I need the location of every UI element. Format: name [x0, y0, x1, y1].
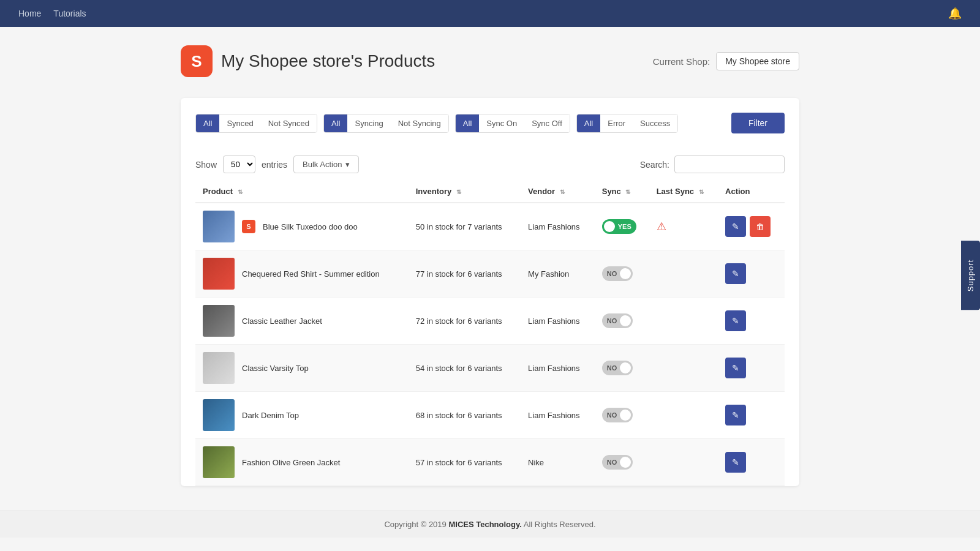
table-row: Chequered Red Shirt - Summer edition 77 …: [195, 250, 785, 298]
edit-button[interactable]: ✎: [725, 405, 746, 425]
sync-toggle-off[interactable]: NO: [602, 313, 633, 328]
edit-button[interactable]: ✎: [725, 452, 746, 473]
edit-button[interactable]: ✎: [725, 263, 746, 284]
footer-brand: MICES Technology.: [448, 520, 521, 529]
support-button[interactable]: Support: [961, 241, 980, 310]
action-buttons: ✎: [725, 452, 777, 473]
filter-button[interactable]: Filter: [731, 113, 785, 133]
product-info: S Blue Silk Tuxedoo doo doo: [203, 211, 401, 242]
last-sync-cell: [649, 439, 718, 486]
product-name: Blue Silk Tuxedoo doo doo: [263, 222, 358, 231]
search-wrap: Search:: [640, 156, 785, 173]
toggle-knob: [620, 362, 631, 373]
col-vendor: Vendor ⇅: [521, 181, 595, 203]
action-buttons: ✎: [725, 310, 777, 331]
shop-selector[interactable]: My Shopee store: [716, 52, 799, 70]
filter-not-syncing[interactable]: Not Syncing: [391, 114, 448, 132]
filter-synced[interactable]: Synced: [219, 114, 260, 132]
product-thumbnail: [203, 399, 235, 431]
filter-sync-on[interactable]: Sync On: [479, 114, 524, 132]
filter-all-synced[interactable]: All: [196, 114, 219, 132]
sync-toggle-off[interactable]: NO: [602, 408, 633, 422]
sync-toggle-off[interactable]: NO: [602, 266, 633, 281]
product-name: Classic Leather Jacket: [242, 317, 322, 326]
col-product: Product ⇅: [195, 181, 409, 203]
entries-select[interactable]: 50 25 10: [223, 156, 255, 173]
product-cell-5: Dark Denim Top: [195, 392, 409, 439]
header-left: S My Shopee store's Products: [181, 45, 435, 77]
show-label: Show: [195, 160, 217, 170]
support-sidebar: Support: [961, 241, 980, 310]
vendor-cell: Liam Fashions: [521, 298, 595, 345]
filter-all-sync[interactable]: All: [456, 114, 479, 132]
filter-success[interactable]: Success: [633, 114, 677, 132]
edit-button[interactable]: ✎: [725, 310, 746, 331]
inventory-cell: 54 in stock for 6 variants: [409, 345, 521, 392]
product-cell-6: Fashion Olive Green Jacket: [195, 439, 409, 486]
action-cell: ✎: [718, 298, 785, 345]
sync-cell: NO: [595, 439, 649, 486]
table-row: Fashion Olive Green Jacket 57 in stock f…: [195, 439, 785, 486]
col-inventory: Inventory ⇅: [409, 181, 521, 203]
action-cell: ✎: [718, 439, 785, 486]
sync-cell: NO: [595, 345, 649, 392]
product-cell-2: Chequered Red Shirt - Summer edition: [195, 250, 409, 298]
filter-sync-off[interactable]: Sync Off: [524, 114, 570, 132]
product-info: Classic Varsity Top: [203, 352, 401, 384]
toggle-knob: [620, 410, 631, 421]
sort-last-sync-icon[interactable]: ⇅: [699, 189, 704, 195]
toggle-knob: [620, 315, 631, 326]
nav-tutorials[interactable]: Tutorials: [53, 9, 86, 18]
table-body: S Blue Silk Tuxedoo doo doo 50 in stock …: [195, 203, 785, 486]
product-thumbnail: [203, 211, 235, 242]
action-buttons: ✎: [725, 263, 777, 284]
inventory-cell: 68 in stock for 6 variants: [409, 392, 521, 439]
filter-group-status: All Error Success: [576, 114, 678, 133]
bell-icon[interactable]: 🔔: [948, 7, 962, 20]
filter-not-synced[interactable]: Not Synced: [261, 114, 317, 132]
filter-card: All Synced Not Synced All Syncing Not Sy…: [181, 98, 799, 486]
inventory-cell: 50 in stock for 7 variants: [409, 203, 521, 250]
last-sync-cell: [649, 298, 718, 345]
edit-button[interactable]: ✎: [725, 358, 746, 378]
edit-button[interactable]: ✎: [725, 216, 746, 237]
search-input[interactable]: [674, 156, 785, 173]
products-table: Product ⇅ Inventory ⇅ Vendor ⇅ Sync ⇅: [195, 181, 785, 486]
sync-toggle-off[interactable]: NO: [602, 455, 633, 470]
product-info: Classic Leather Jacket: [203, 305, 401, 337]
toggle-knob: [620, 457, 631, 468]
col-action: Action: [718, 181, 785, 203]
nav-links: Home Tutorials: [18, 9, 86, 18]
table-row: S Blue Silk Tuxedoo doo doo 50 in stock …: [195, 203, 785, 250]
sort-inventory-icon[interactable]: ⇅: [456, 189, 461, 195]
action-buttons: ✎: [725, 405, 777, 425]
filter-syncing[interactable]: Syncing: [347, 114, 390, 132]
sort-product-icon[interactable]: ⇅: [238, 189, 243, 195]
sync-cell: NO: [595, 250, 649, 298]
current-shop-section: Current Shop: My Shopee store: [653, 52, 799, 70]
filter-error[interactable]: Error: [600, 114, 633, 132]
nav-home[interactable]: Home: [18, 9, 41, 18]
filter-all-syncing[interactable]: All: [324, 114, 347, 132]
bulk-action-button[interactable]: Bulk Action ▾: [293, 156, 359, 173]
vendor-cell: Liam Fashions: [521, 203, 595, 250]
table-row: Dark Denim Top 68 in stock for 6 variant…: [195, 392, 785, 439]
footer-suffix: All Rights Reserved.: [522, 520, 596, 529]
search-label: Search:: [640, 160, 669, 170]
toggle-label: YES: [618, 223, 631, 230]
filter-all-status[interactable]: All: [577, 114, 600, 132]
product-thumbnail: [203, 305, 235, 337]
sort-vendor-icon[interactable]: ⇅: [560, 189, 565, 195]
sort-sync-icon[interactable]: ⇅: [625, 189, 630, 195]
action-buttons: ✎: [725, 358, 777, 378]
filter-group-sync-onoff: All Sync On Sync Off: [455, 114, 570, 133]
sync-toggle-off[interactable]: NO: [602, 361, 633, 375]
sync-cell: NO: [595, 298, 649, 345]
filter-group-syncing: All Syncing Not Syncing: [323, 114, 449, 133]
delete-button[interactable]: 🗑: [750, 216, 771, 237]
toggle-label: NO: [607, 364, 617, 372]
sync-toggle-on[interactable]: YES: [602, 219, 636, 234]
product-thumbnail: [203, 352, 235, 384]
vendor-cell: Liam Fashions: [521, 345, 595, 392]
action-buttons: ✎ 🗑: [725, 216, 777, 237]
